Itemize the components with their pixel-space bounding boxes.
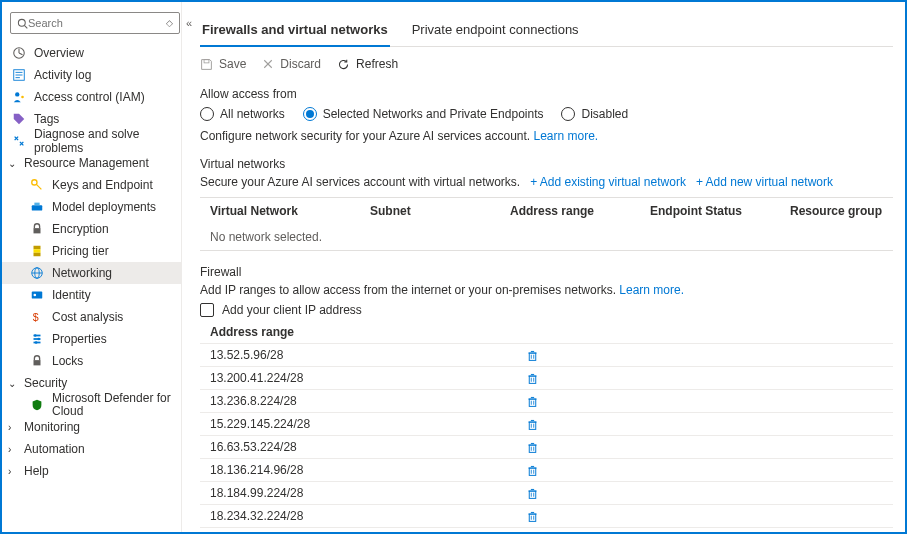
firewall-ip-value: 18.184.99.224/28 [206,486,526,500]
nav-group-resource-management[interactable]: ⌄ Resource Management [2,152,181,174]
activity-log-icon [12,68,26,82]
overview-icon [12,46,26,60]
nav-diagnose[interactable]: Diagnose and solve problems [2,130,181,152]
learn-more-link[interactable]: Learn more. [533,129,598,143]
firewall-row: 16.63.53.224/28 [200,435,893,458]
delete-icon[interactable] [526,372,539,385]
firewall-row: 18.234.32.224/28 [200,504,893,527]
firewall-ip-value: 16.63.53.224/28 [206,440,526,454]
nav-group-help[interactable]: › Help [2,460,181,482]
chevron-right-icon: › [8,466,18,477]
nav-networking[interactable]: Networking [2,262,181,284]
checkbox-add-client-ip[interactable] [200,303,214,317]
svg-rect-43 [529,399,536,406]
pricing-icon [30,244,44,258]
firewall-row: 18.184.99.224/28 [200,481,893,504]
vnet-empty-message: No network selected. [210,230,370,244]
firewall-heading: Firewall [200,265,893,279]
key-icon [30,178,44,192]
svg-rect-20 [32,292,43,299]
tags-icon [12,112,26,126]
svg-point-26 [34,334,37,337]
nav-cost-analysis[interactable]: $ Cost analysis [2,306,181,328]
svg-rect-29 [34,360,41,365]
svg-point-7 [15,92,19,96]
nav-defender[interactable]: Microsoft Defender for Cloud [2,394,181,416]
firewall-learn-more-link[interactable]: Learn more. [619,283,684,297]
svg-rect-68 [529,514,536,521]
add-client-ip-label: Add your client IP address [222,303,362,317]
firewall-row: 15.229.145.224/28 [200,412,893,435]
nav-model-deployments[interactable]: Model deployments [2,196,181,218]
configure-description: Configure network security for your Azur… [200,129,893,143]
lock-icon [30,222,44,236]
radio-all-networks[interactable]: All networks [200,107,285,121]
firewall-address-table: 13.52.5.96/2813.200.41.224/2813.236.8.22… [200,343,893,532]
networking-icon [30,266,44,280]
deployments-icon [30,200,44,214]
svg-text:$: $ [33,311,39,323]
svg-rect-48 [529,422,536,429]
nav-identity[interactable]: Identity [2,284,181,306]
svg-rect-15 [34,249,41,253]
search-box[interactable]: ◇ [10,12,180,34]
svg-rect-16 [34,253,41,257]
tab-private-endpoints[interactable]: Private endpoint connections [410,16,581,46]
delete-icon[interactable] [526,510,539,523]
firewall-ip-value: 13.200.41.224/28 [206,371,526,385]
svg-rect-14 [34,246,41,250]
nav-keys-endpoint[interactable]: Keys and Endpoint [2,174,181,196]
nav-encryption[interactable]: Encryption [2,218,181,240]
main-content: Firewalls and virtual networks Private e… [182,2,905,532]
firewall-ip-value: 18.234.32.224/28 [206,509,526,523]
nav-properties[interactable]: Properties [2,328,181,350]
delete-icon[interactable] [526,418,539,431]
col-address-range: Address range [510,204,650,218]
refresh-button[interactable]: Refresh [337,57,398,71]
nav-locks[interactable]: Locks [2,350,181,372]
radio-selected-networks[interactable]: Selected Networks and Private Endpoints [303,107,544,121]
nav-activity-log[interactable]: Activity log [2,64,181,86]
svg-line-1 [25,25,28,28]
diagnose-icon [12,134,26,148]
firewall-row: 18.136.214.96/28 [200,458,893,481]
filter-icon[interactable]: ◇ [166,18,173,28]
col-subnet: Subnet [370,204,510,218]
svg-rect-38 [529,376,536,383]
svg-point-8 [21,96,24,99]
delete-icon[interactable] [526,487,539,500]
nav-group-monitoring[interactable]: › Monitoring [2,416,181,438]
svg-point-28 [35,341,38,344]
nav-group-automation[interactable]: › Automation [2,438,181,460]
delete-icon[interactable] [526,441,539,454]
col-virtual-network: Virtual Network [210,204,370,218]
refresh-icon [337,58,350,71]
col-endpoint-status: Endpoint Status [650,204,790,218]
nav-access-control[interactable]: Access control (IAM) [2,86,181,108]
add-existing-vnet-link[interactable]: + Add existing virtual network [530,175,686,189]
delete-icon[interactable] [526,349,539,362]
firewall-description: Add IP ranges to allow access from the i… [200,283,893,297]
svg-rect-33 [529,353,536,360]
nav-pricing-tier[interactable]: Pricing tier [2,240,181,262]
firewall-ip-value: 15.229.145.224/28 [206,417,526,431]
shield-icon [30,398,44,412]
discard-button[interactable]: Discard [262,57,321,71]
cost-icon: $ [30,310,44,324]
delete-icon[interactable] [526,464,539,477]
vnet-table: Virtual Network Subnet Address range End… [200,197,893,251]
sidebar: ◇ « Overview Activity log Access control… [2,2,182,532]
radio-disabled[interactable]: Disabled [561,107,628,121]
svg-point-21 [34,294,37,297]
discard-icon [262,58,274,70]
svg-rect-63 [529,491,536,498]
delete-icon[interactable] [526,395,539,408]
add-new-vnet-link[interactable]: + Add new virtual network [696,175,833,189]
search-input[interactable] [28,17,166,29]
nav-overview[interactable]: Overview [2,42,181,64]
svg-point-0 [18,19,25,26]
svg-rect-53 [529,445,536,452]
svg-point-27 [37,338,40,341]
tab-firewalls[interactable]: Firewalls and virtual networks [200,16,390,47]
save-button[interactable]: Save [200,57,246,71]
